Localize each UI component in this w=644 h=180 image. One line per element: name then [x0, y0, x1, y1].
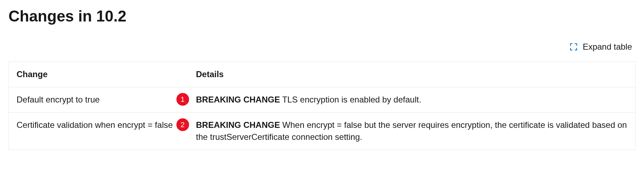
expand-table-button[interactable]: Expand table [567, 40, 635, 54]
col-header-change: Change [9, 62, 188, 87]
details-tag: BREAKING CHANGE [196, 95, 280, 104]
expand-table-label: Expand table [583, 42, 632, 52]
details-tag: BREAKING CHANGE [196, 120, 280, 130]
change-cell: Certificate validation when encrypt = fa… [9, 112, 188, 150]
details-cell: 1 BREAKING CHANGE TLS encryption is enab… [188, 87, 636, 112]
changes-table: Change Details Default encrypt to true 1… [8, 62, 636, 150]
annotation-bubble: 2 [176, 118, 189, 131]
table-toolbar: Expand table [8, 40, 636, 62]
expand-icon [569, 43, 578, 51]
details-text: TLS encryption is enabled by default. [280, 95, 421, 104]
table-row: Default encrypt to true 1 BREAKING CHANG… [9, 87, 636, 112]
change-cell: Default encrypt to true [9, 87, 188, 112]
annotation-bubble: 1 [176, 93, 189, 106]
table-header-row: Change Details [9, 62, 636, 87]
details-cell: 2 BREAKING CHANGE When encrypt = false b… [188, 112, 636, 150]
table-row: Certificate validation when encrypt = fa… [9, 112, 636, 150]
col-header-details: Details [188, 62, 636, 87]
section-heading: Changes in 10.2 [8, 6, 636, 26]
